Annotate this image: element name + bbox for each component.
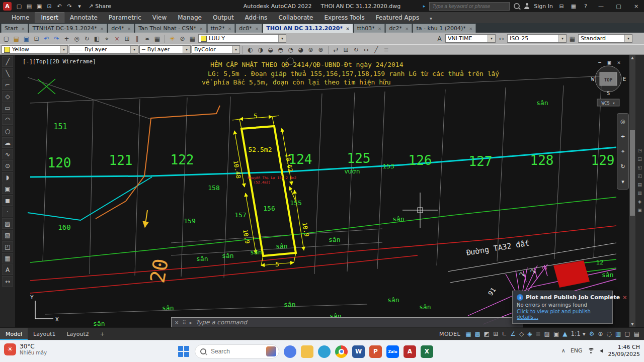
file-tab-ttnhat-dc-19-1-2024[interactable]: TTNHAT DC-19.1.2024*× <box>29 24 107 33</box>
polar-tracking-icon[interactable]: ∠ <box>510 330 516 337</box>
file-tab-tth03[interactable]: tth03*× <box>354 24 385 33</box>
file-explorer-icon[interactable] <box>301 345 313 358</box>
snap-icon[interactable]: ▩ <box>474 330 480 337</box>
copy-icon[interactable]: ⊞ <box>341 45 351 54</box>
offset-icon[interactable]: ≍ <box>142 34 152 43</box>
region-icon[interactable]: ◰ <box>2 241 13 252</box>
polyline-icon[interactable]: ⌐ <box>2 79 13 90</box>
file-tab-dc2[interactable]: dc2*× <box>385 24 412 33</box>
search-highlight-thumbnail[interactable] <box>266 346 276 356</box>
volume-icon[interactable] <box>600 349 603 353</box>
revision-cloud-icon[interactable]: ☁ <box>2 137 13 148</box>
plot-style-dropdown[interactable]: ByColor ▾ <box>192 45 240 54</box>
isodraft-icon[interactable]: ◇ <box>519 330 524 337</box>
help-icon[interactable]: ? <box>581 2 590 11</box>
drawing-canvas[interactable]: [-][Top][2D Wireframe] − ▣ × TOP W E S W… <box>15 55 629 327</box>
arc-icon[interactable]: ◠ <box>2 114 13 125</box>
layout-tab-layout2[interactable]: Layout2 <box>61 328 94 340</box>
dimension-icon[interactable]: ↔ <box>2 276 13 287</box>
close-button[interactable]: × <box>629 0 643 12</box>
ellipse-icon[interactable]: ⊙ <box>2 160 13 171</box>
showmotion-icon[interactable]: ▾ <box>621 178 624 185</box>
orbit-icon[interactable]: ↻ <box>620 163 625 170</box>
line-icon[interactable]: ╱ <box>2 56 13 67</box>
close-icon[interactable]: × <box>405 26 409 31</box>
insert-block-icon[interactable]: ▣ <box>2 184 13 194</box>
layer-dropdown[interactable]: LUU Y ▾ <box>198 34 286 43</box>
drawing-area[interactable]: [-][Top][2D Wireframe] − ▣ × TOP W E S W… <box>15 55 629 327</box>
rectangle-icon[interactable]: ▭ <box>2 103 13 113</box>
close-icon[interactable]: × <box>469 26 473 31</box>
chevron-down-icon[interactable]: ▾ <box>278 35 286 42</box>
viewcube[interactable]: TOP W E S WCS ▾ <box>591 66 626 106</box>
table-icon[interactable]: ▦ <box>2 253 13 263</box>
viewport-close-icon[interactable]: × <box>617 59 621 66</box>
mirror-icon[interactable]: ∥ <box>132 34 142 43</box>
ribbon-tab-express-tools[interactable]: Express Tools <box>318 13 370 23</box>
ellipse-arc-icon[interactable]: ◗ <box>2 172 13 183</box>
clean-screen-icon[interactable]: ▢ <box>624 330 630 337</box>
layer-off-icon[interactable]: ⊘ <box>178 34 187 43</box>
ribbon-tab-parametric[interactable]: Parametric <box>103 13 147 23</box>
chevron-down-icon[interactable]: ▾ <box>130 46 138 53</box>
autocad-logo-icon[interactable]: A <box>3 2 12 11</box>
layer-properties-icon[interactable]: ▦ <box>188 34 197 43</box>
layer-isolate-icon[interactable]: ◓ <box>276 45 285 54</box>
chevron-down-icon[interactable]: ▾ <box>558 35 566 42</box>
close-icon[interactable]: × <box>21 26 25 31</box>
point-icon[interactable]: · <box>2 207 13 217</box>
layout-tab-layout1[interactable]: Layout1 <box>28 328 61 340</box>
add-layout-button[interactable]: + <box>95 328 110 340</box>
plot-icon[interactable]: ⊡ <box>32 34 41 43</box>
right-toolbar-icon[interactable]: ◰ <box>637 173 642 178</box>
save-icon[interactable]: ▣ <box>22 34 31 43</box>
ribbon-options-icon[interactable]: ▾ <box>427 16 435 23</box>
close-icon[interactable]: × <box>127 26 131 31</box>
layer-freeze-icon[interactable]: ◔ <box>286 45 295 54</box>
save-icon[interactable]: ▣ <box>35 2 44 11</box>
layer-previous-icon[interactable]: ◒ <box>266 45 275 54</box>
close-icon[interactable]: × <box>228 26 232 31</box>
file-tab-dc8[interactable]: dc8*× <box>235 24 262 33</box>
chevron-down-icon[interactable]: ▾ <box>183 46 190 53</box>
infer-constraints-icon[interactable]: ◩ <box>484 330 490 337</box>
minimize-button[interactable]: — <box>594 0 608 12</box>
ribbon-tab-collaborate[interactable]: Collaborate <box>273 13 318 23</box>
redo-icon[interactable]: ↷ <box>65 2 74 11</box>
viewcube-south[interactable]: S <box>607 90 610 97</box>
polygon-icon[interactable]: ◇ <box>2 91 13 102</box>
ribbon-tab-output[interactable]: Output <box>207 13 239 23</box>
copilot-icon[interactable] <box>284 345 296 358</box>
match-layer-icon[interactable]: ◑ <box>256 45 265 54</box>
scroll-down-icon[interactable]: ▼ <box>631 321 633 327</box>
close-icon[interactable]: × <box>175 320 179 325</box>
text-style-dropdown[interactable]: VNI-TIME ▾ <box>445 34 496 43</box>
layer-merge-icon[interactable]: ⊛ <box>316 45 326 54</box>
viewport-minimize-icon[interactable]: − <box>598 59 602 66</box>
file-tab-ttn2[interactable]: ttn2*× <box>207 24 235 33</box>
lineweight-dropdown[interactable]: ━ ByLayer ▾ <box>139 45 191 54</box>
properties-icon[interactable]: ◧ <box>92 34 102 43</box>
file-tab-thoi-an-dc-31-12-2020[interactable]: THOI AN DC 31.12.2020*× <box>263 24 353 33</box>
annotation-monitor-icon[interactable]: ⊕ <box>598 330 603 337</box>
sign-in-button[interactable]: Sign In <box>534 3 553 10</box>
ribbon-tab-annotate[interactable]: Annotate <box>64 13 103 23</box>
chevron-down-icon[interactable]: ▾ <box>624 35 632 42</box>
right-toolbar-icon[interactable]: ◈ <box>638 199 641 204</box>
orbit-icon[interactable]: ↻ <box>82 34 92 43</box>
right-toolbar-icon[interactable]: ▣ <box>637 208 642 213</box>
ribbon-tab-insert[interactable]: Insert <box>35 12 64 23</box>
navigation-wheel-icon[interactable]: ◎ <box>620 118 625 125</box>
viewcube-east[interactable]: E <box>623 76 626 82</box>
close-icon[interactable]: × <box>622 294 627 301</box>
ribbon-tab-view[interactable]: View <box>147 13 172 23</box>
rotate-icon[interactable]: ↻ <box>351 45 361 54</box>
search-input[interactable] <box>210 347 262 355</box>
array-icon[interactable]: ▦ <box>152 34 162 43</box>
isolate-objects-icon[interactable]: ◌ <box>606 330 611 337</box>
annotation-scale[interactable]: 1:1 ▾ <box>571 330 586 337</box>
chevron-down-icon[interactable]: ▾ <box>232 46 239 53</box>
open-icon[interactable]: ▤ <box>25 2 34 11</box>
undo-icon[interactable]: ↶ <box>42 34 51 43</box>
right-toolbar-icon[interactable]: ◱ <box>637 165 642 170</box>
